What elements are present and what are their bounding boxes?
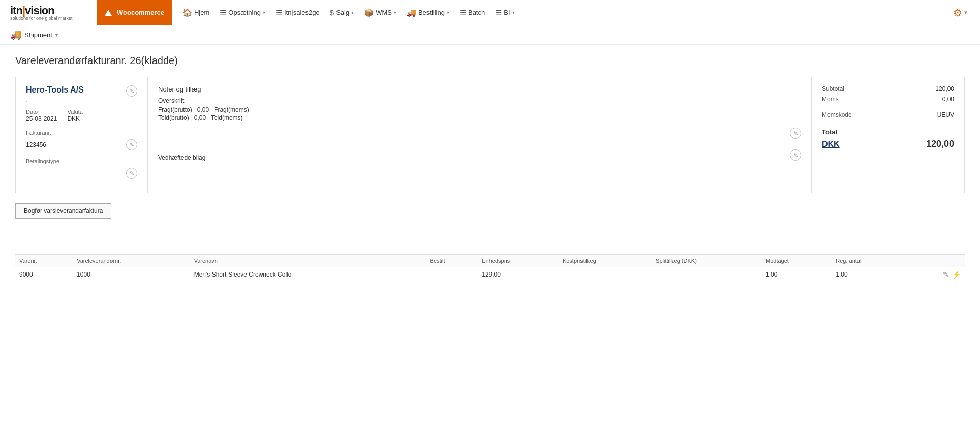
logo-tagline: solutions for one global market bbox=[10, 16, 97, 21]
col-enhedspris: Enhedspris bbox=[478, 255, 559, 267]
gear-chevron-icon: ▾ bbox=[964, 9, 967, 16]
invoice-edit-button[interactable]: ✎ bbox=[126, 139, 137, 150]
col-bestilt: Bestilt bbox=[426, 255, 478, 267]
totals-divider-2 bbox=[822, 124, 954, 124]
fragt-brutto-value: 0,00 bbox=[197, 106, 209, 113]
nav-bi[interactable]: ☰ BI ▾ bbox=[490, 0, 519, 25]
cell-varenavn: Men's Short-Sleeve Crewneck Collo bbox=[190, 267, 426, 282]
subtotal-row: Subtotal 120,00 bbox=[822, 85, 954, 93]
menu-icon-1: ☰ bbox=[220, 8, 226, 17]
invoice-lines-table: Varenr. Vareleverandørnr. Varenavn Besti… bbox=[15, 254, 965, 282]
cell-varenr: 9000 bbox=[15, 267, 73, 282]
table-header-row: Varenr. Vareleverandørnr. Varenavn Besti… bbox=[15, 255, 965, 267]
nav-wms[interactable]: 📦 WMS ▾ bbox=[359, 0, 402, 25]
post-invoice-button[interactable]: Bogfør varsleverandarfaktura bbox=[15, 203, 111, 219]
date-value: 25-03-2021 bbox=[26, 115, 57, 123]
subtotal-value: 120,00 bbox=[935, 85, 954, 93]
company-edit-button[interactable]: ✎ bbox=[126, 85, 137, 97]
notes-edit-button[interactable]: ✎ bbox=[790, 128, 801, 139]
date-field: Dato 25-03-2021 bbox=[26, 109, 57, 123]
nav-hjem-label: Hjem bbox=[194, 9, 209, 16]
shipment-chevron-icon: ▾ bbox=[55, 32, 58, 38]
total-currency[interactable]: DKK bbox=[822, 140, 840, 149]
fragt-row: Fragt(brutto) 0,00 Fragt(moms) bbox=[158, 106, 801, 113]
shipment-label: Shipment bbox=[24, 31, 52, 39]
currency-value: DKK bbox=[67, 115, 82, 123]
nav-itn-label: Itn|sales2go bbox=[284, 9, 320, 16]
row-filter-icon[interactable]: ⚡ bbox=[952, 270, 961, 279]
cell-regantal: 1,00 bbox=[832, 267, 907, 282]
overskrift-label: Overskrift bbox=[158, 97, 801, 104]
total-main-row: DKK 120,00 bbox=[822, 139, 954, 149]
menu-icon-2: ☰ bbox=[275, 8, 282, 17]
fragt-brutto-label: Fragt(brutto) bbox=[158, 106, 192, 113]
nav-wms-label: WMS bbox=[376, 9, 392, 16]
notes-header: Noter og tillæg bbox=[158, 85, 801, 93]
col-actions bbox=[907, 255, 965, 267]
nav-batch-label: Batch bbox=[468, 9, 485, 16]
date-currency-row: Dato 25-03-2021 Valuta DKK bbox=[26, 109, 137, 123]
shipment-button[interactable]: 🚚 Shipment ▾ bbox=[10, 29, 58, 40]
moms-label: Moms bbox=[822, 96, 839, 103]
gear-icon[interactable]: ⚙ bbox=[953, 7, 962, 19]
invoice-nr-label: Fakturanr. bbox=[26, 130, 137, 136]
cell-row-actions: ✎ ⚡ bbox=[907, 267, 965, 282]
payment-label: Betalingstype bbox=[26, 158, 137, 164]
menu-icon-4: ☰ bbox=[495, 8, 502, 17]
box-icon: 📦 bbox=[364, 8, 374, 17]
col-varelev: Vareleverandørnr. bbox=[73, 255, 190, 267]
date-label: Dato bbox=[26, 109, 57, 115]
payment-edit-button[interactable]: ✎ bbox=[126, 168, 137, 179]
page-title: Vareleverandørfakturanr. 26(kladde) bbox=[15, 55, 965, 67]
gear-area: ⚙ ▾ bbox=[953, 7, 975, 19]
total-label: Total bbox=[822, 128, 954, 136]
nav-itn-sales2go[interactable]: ☰ Itn|sales2go bbox=[270, 0, 325, 25]
supplier-section: Hero-Tools A/S . ✎ Dato 25-03-2021 Valut… bbox=[16, 77, 148, 193]
row-action-buttons: ✎ ⚡ bbox=[911, 270, 961, 279]
subtotal-label: Subtotal bbox=[822, 85, 844, 93]
vedhaefte-label: Vedhæftede bilag bbox=[158, 154, 205, 161]
nav-opsaetning[interactable]: ☰ Opsætning ▾ bbox=[215, 0, 270, 25]
moms-value: 0,00 bbox=[942, 96, 954, 103]
cell-bestilt bbox=[426, 267, 478, 282]
totals-divider bbox=[822, 107, 954, 107]
nav-salg[interactable]: $ Salg ▾ bbox=[325, 0, 359, 25]
nav-batch[interactable]: ☰ Batch bbox=[454, 0, 490, 25]
totals-section: Subtotal 120,00 Moms 0,00 Momskode UEUV … bbox=[812, 77, 964, 193]
col-varenavn: Varenavn bbox=[190, 255, 426, 267]
moms-row: Moms 0,00 bbox=[822, 96, 954, 103]
nav-hjem[interactable]: 🏠 Hjem bbox=[177, 0, 215, 25]
told-moms-label: Told(moms) bbox=[211, 114, 243, 121]
fragt-moms-label: Fragt(moms) bbox=[214, 106, 249, 113]
row-edit-icon[interactable]: ✎ bbox=[943, 270, 949, 279]
top-navigation: itn|vision solutions for one global mark… bbox=[0, 0, 980, 25]
notes-section: Noter og tillæg Overskrift Fragt(brutto)… bbox=[148, 77, 812, 193]
company-dot: . bbox=[26, 97, 84, 104]
total-amount: 120,00 bbox=[926, 139, 954, 149]
nav-bestilling-label: Bestilling bbox=[418, 9, 445, 16]
vedhaefte-row: Vedhæftede bilag ✎ bbox=[158, 149, 801, 161]
woocommerce-label: Woocommerce bbox=[117, 9, 164, 16]
cell-split bbox=[652, 267, 761, 282]
invoice-card-row: Hero-Tools A/S . ✎ Dato 25-03-2021 Valut… bbox=[15, 77, 965, 193]
woocommerce-button[interactable]: Woocommerce bbox=[97, 0, 172, 25]
table-row: 9000 1000 Men's Short-Sleeve Crewneck Co… bbox=[15, 267, 965, 282]
col-modtaget: Modtaget bbox=[761, 255, 832, 267]
col-regantal: Reg. antal bbox=[832, 255, 907, 267]
nav-bi-label: BI bbox=[504, 9, 510, 16]
currency-label: Valuta bbox=[67, 109, 82, 115]
chevron-down-icon-1: ▾ bbox=[263, 10, 265, 15]
told-brutto-value: 0,00 bbox=[194, 114, 206, 121]
main-content: Vareleverandørfakturanr. 26(kladde) Hero… bbox=[0, 45, 980, 292]
nav-items: 🏠 Hjem ☰ Opsætning ▾ ☰ Itn|sales2go $ Sa… bbox=[177, 0, 953, 25]
momskode-label: Momskode bbox=[822, 111, 852, 118]
vedhaefte-edit-button[interactable]: ✎ bbox=[790, 149, 801, 161]
cell-kostpris bbox=[559, 267, 652, 282]
invoice-edit-row: 123456 ✎ bbox=[26, 136, 137, 154]
chevron-down-icon-5: ▾ bbox=[512, 10, 515, 15]
momskode-value: UEUV bbox=[937, 111, 954, 118]
momskode-row: Momskode UEUV bbox=[822, 111, 954, 118]
nav-bestilling[interactable]: 🚚 Bestilling ▾ bbox=[402, 0, 454, 25]
cell-modtaget: 1,00 bbox=[761, 267, 832, 282]
menu-icon-3: ☰ bbox=[460, 8, 466, 17]
